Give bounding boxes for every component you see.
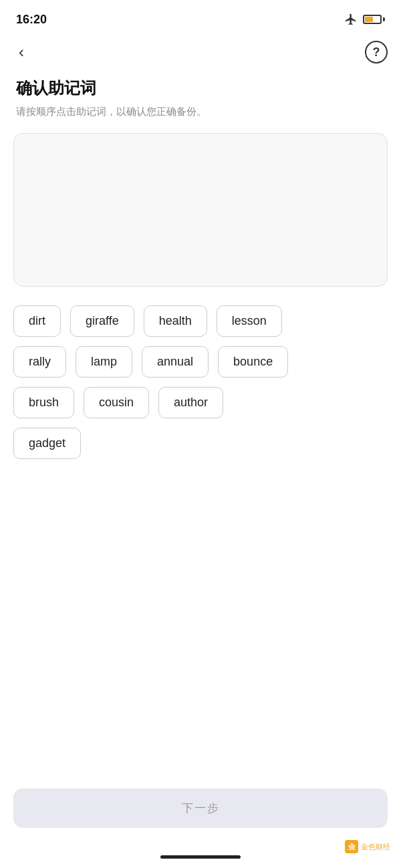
status-icons [344,13,385,26]
watermark-text: 金色财经 [361,842,390,852]
word-chip-lamp[interactable]: lamp [76,346,132,378]
word-grid: dirt giraffe health lesson rally lamp an… [0,287,401,472]
seed-display-box [13,133,388,287]
airplane-icon [344,13,358,26]
word-chip-annual[interactable]: annual [142,346,209,378]
word-chip-author[interactable]: author [158,387,223,418]
battery-tip [383,17,385,21]
word-row-1: dirt giraffe health lesson [13,305,388,337]
page-header: 确认助记词 请按顺序点击助记词，以确认您正确备份。 [0,72,401,133]
nav-bar: ‹ ? [0,35,401,72]
battery-body [363,15,382,24]
status-bar: 16:20 [0,0,401,35]
page-subtitle: 请按顺序点击助记词，以确认您正确备份。 [16,104,385,120]
help-button[interactable]: ? [365,41,388,63]
word-row-2: rally lamp annual bounce [13,346,388,378]
word-chip-bounce[interactable]: bounce [218,346,288,378]
status-time: 16:20 [16,13,47,27]
home-indicator [160,855,241,859]
word-chip-giraffe[interactable]: giraffe [70,305,134,337]
word-chip-health[interactable]: health [144,305,207,337]
word-chip-brush[interactable]: brush [13,387,74,418]
bottom-area: 下一步 [0,788,401,828]
word-chip-lesson[interactable]: lesson [217,305,282,337]
page-title: 确认助记词 [16,78,385,99]
word-row-4: gadget [13,428,388,459]
watermark-logo: 金 [345,840,358,853]
word-chip-gadget[interactable]: gadget [13,428,81,459]
word-row-3: brush cousin author [13,387,388,418]
back-button[interactable]: ‹ [13,40,29,64]
word-chip-dirt[interactable]: dirt [13,305,61,337]
battery-icon [363,15,385,24]
battery-fill [365,17,373,22]
next-button[interactable]: 下一步 [13,788,388,828]
word-chip-rally[interactable]: rally [13,346,66,378]
watermark: 金 金色财经 [345,840,390,853]
word-chip-cousin[interactable]: cousin [84,387,149,418]
